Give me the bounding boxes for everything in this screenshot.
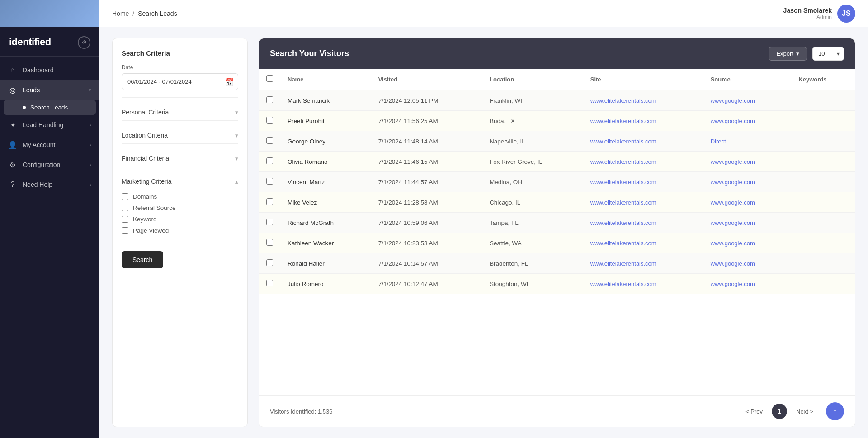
sidebar-subitem-search-leads-label: Search Leads: [30, 104, 68, 111]
row-name-3: Olivia Romano: [280, 152, 371, 172]
sidebar-item-leads[interactable]: ◎ Leads ▾: [0, 80, 99, 100]
sidebar-item-lead-handling-label: Lead Handling: [23, 121, 63, 129]
sidebar-item-lead-handling[interactable]: ✦ Lead Handling ›: [0, 115, 99, 135]
row-keywords-5: [791, 192, 855, 213]
table-row: Kathleen Wacker 7/1/2024 10:23:53 AM Sea…: [259, 233, 855, 253]
page-viewed-checkbox-item[interactable]: Page Viewed: [122, 227, 238, 234]
keyword-label: Keyword: [133, 216, 157, 223]
row-checkbox-9[interactable]: [266, 280, 273, 286]
page-viewed-checkbox[interactable]: [122, 227, 128, 234]
row-visited-1: 7/1/2024 11:56:25 AM: [371, 111, 482, 131]
row-site-0: www.elitelakerentals.com: [583, 90, 703, 111]
table-body: Mark Semancik 7/1/2024 12:05:11 PM Frank…: [259, 90, 855, 294]
marketing-criteria-header[interactable]: Marketing Criteria ▴: [122, 173, 238, 190]
row-name-8: Ronald Haller: [280, 253, 371, 274]
search-button[interactable]: Search: [122, 251, 163, 268]
content-area: Search Criteria Date 📅 Personal Criteria…: [99, 27, 868, 438]
row-checkbox-3[interactable]: [266, 157, 273, 164]
lead-handling-icon: ✦: [8, 120, 17, 129]
breadcrumb-home[interactable]: Home: [112, 10, 129, 17]
row-source-0: www.google.com: [703, 90, 792, 111]
row-checkbox-cell-0: [259, 90, 280, 111]
keyword-checkbox-item[interactable]: Keyword: [122, 216, 238, 223]
current-page: 1: [772, 404, 787, 419]
row-site-3: www.elitelakerentals.com: [583, 152, 703, 172]
row-checkbox-5[interactable]: [266, 198, 273, 205]
breadcrumb-current: Search Leads: [138, 10, 177, 17]
leads-chevron-icon: ▾: [89, 87, 91, 93]
sub-dot-icon: [23, 106, 26, 109]
sidebar-item-need-help-label: Need Help: [23, 181, 52, 188]
sidebar: identified ⏱ ⌂ Dashboard ◎ Leads ▾ Searc…: [0, 0, 99, 438]
personal-criteria-section: Personal Criteria ▾: [122, 97, 238, 120]
table-row: Preeti Purohit 7/1/2024 11:56:25 AM Buda…: [259, 111, 855, 131]
panel-controls: Export ▾ 10 25 50 100: [769, 47, 844, 61]
marketing-criteria-chevron-icon: ▴: [235, 178, 238, 185]
sidebar-item-need-help[interactable]: ? Need Help ›: [0, 175, 99, 195]
row-checkbox-6[interactable]: [266, 219, 273, 225]
sidebar-subitem-search-leads[interactable]: Search Leads: [4, 100, 96, 115]
row-source-7: www.google.com: [703, 233, 792, 253]
row-location-5: Chicago, IL: [482, 192, 583, 213]
row-checkbox-cell-4: [259, 172, 280, 192]
row-checkbox-cell-1: [259, 111, 280, 131]
row-site-6: www.elitelakerentals.com: [583, 213, 703, 233]
row-source-6: www.google.com: [703, 213, 792, 233]
row-name-5: Mike Velez: [280, 192, 371, 213]
row-checkbox-8[interactable]: [266, 259, 273, 266]
row-checkbox-7[interactable]: [266, 239, 273, 246]
row-checkbox-cell-2: [259, 131, 280, 152]
search-criteria-panel: Search Criteria Date 📅 Personal Criteria…: [112, 38, 248, 427]
location-criteria-header[interactable]: Location Criteria ▾: [122, 127, 238, 143]
financial-criteria-header[interactable]: Financial Criteria ▾: [122, 150, 238, 167]
next-button[interactable]: Next >: [792, 405, 818, 418]
row-keywords-2: [791, 131, 855, 152]
row-keywords-3: [791, 152, 855, 172]
keyword-checkbox[interactable]: [122, 216, 128, 223]
visitors-panel: Search Your Visitors Export ▾ 10 25 50 1…: [259, 38, 855, 427]
financial-criteria-section: Financial Criteria ▾: [122, 143, 238, 167]
sidebar-item-dashboard-label: Dashboard: [23, 67, 54, 74]
row-checkbox-0[interactable]: [266, 96, 273, 103]
row-source-8: www.google.com: [703, 253, 792, 274]
row-checkbox-cell-6: [259, 213, 280, 233]
pagination: < Prev 1 Next > ↑: [741, 402, 844, 420]
configuration-chevron-icon: ›: [90, 162, 91, 167]
panel-header: Search Your Visitors Export ▾ 10 25 50 1…: [259, 38, 855, 69]
row-checkbox-1[interactable]: [266, 117, 273, 124]
row-site-7: www.elitelakerentals.com: [583, 233, 703, 253]
domains-checkbox[interactable]: [122, 193, 128, 200]
referral-source-checkbox[interactable]: [122, 205, 128, 211]
page-size-select[interactable]: 10 25 50 100: [812, 47, 844, 61]
export-button[interactable]: Export ▾: [769, 47, 807, 61]
row-visited-8: 7/1/2024 10:14:57 AM: [371, 253, 482, 274]
prev-button[interactable]: < Prev: [741, 405, 767, 418]
dashboard-icon: ⌂: [8, 66, 17, 75]
row-checkbox-cell-7: [259, 233, 280, 253]
personal-criteria-header[interactable]: Personal Criteria ▾: [122, 104, 238, 120]
user-avatar[interactable]: JS: [837, 5, 855, 23]
referral-source-checkbox-item[interactable]: Referral Source: [122, 205, 238, 211]
row-visited-7: 7/1/2024 10:23:53 AM: [371, 233, 482, 253]
domains-checkbox-item[interactable]: Domains: [122, 193, 238, 200]
marketing-criteria-label: Marketing Criteria: [122, 178, 171, 185]
row-keywords-7: [791, 233, 855, 253]
select-all-checkbox[interactable]: [266, 75, 273, 82]
row-checkbox-cell-5: [259, 192, 280, 213]
page-viewed-label: Page Viewed: [133, 227, 169, 234]
breadcrumb: Home / Search Leads: [112, 10, 177, 17]
sidebar-item-my-account[interactable]: 👤 My Account ›: [0, 135, 99, 155]
user-role: Admin: [783, 14, 832, 20]
date-input[interactable]: [122, 73, 238, 90]
scroll-top-button[interactable]: ↑: [826, 402, 844, 420]
row-checkbox-2[interactable]: [266, 137, 273, 144]
row-name-1: Preeti Purohit: [280, 111, 371, 131]
need-help-icon: ?: [8, 180, 17, 189]
sidebar-item-configuration[interactable]: ⚙ Configuration ›: [0, 155, 99, 175]
row-location-9: Stoughton, WI: [482, 274, 583, 294]
table-row: Ronald Haller 7/1/2024 10:14:57 AM Brade…: [259, 253, 855, 274]
row-checkbox-4[interactable]: [266, 178, 273, 185]
row-site-8: www.elitelakerentals.com: [583, 253, 703, 274]
sidebar-item-dashboard[interactable]: ⌂ Dashboard: [0, 60, 99, 80]
configuration-icon: ⚙: [8, 160, 17, 169]
